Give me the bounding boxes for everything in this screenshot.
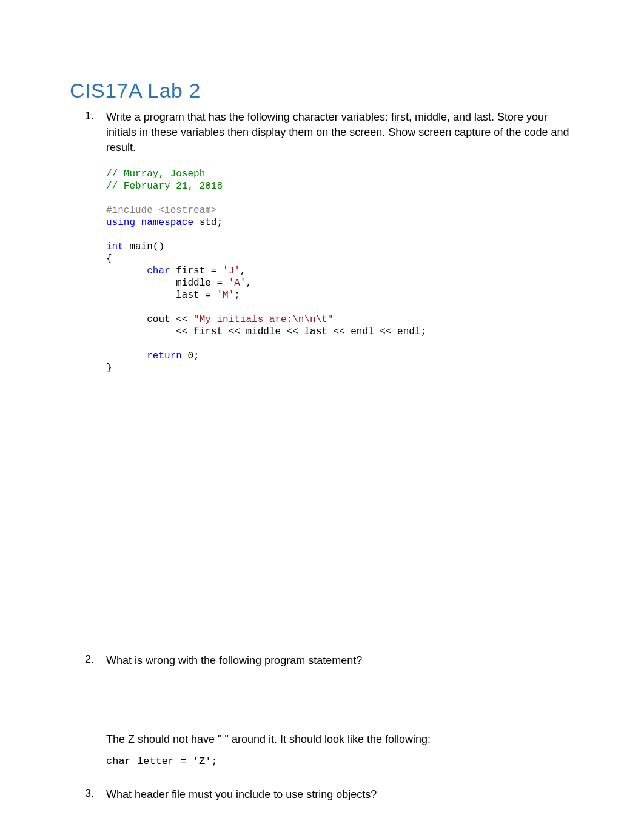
q2-text: What is wrong with the following program… xyxy=(106,653,574,668)
question-3: 3. What header file must you include to … xyxy=(70,787,574,802)
code-type: int xyxy=(106,241,124,252)
code-string: 'A' xyxy=(229,278,246,289)
code-text: , xyxy=(246,278,252,289)
question-2: 2. What is wrong with the following prog… xyxy=(70,653,574,668)
code-text: std; xyxy=(193,217,223,228)
code-keyword: using xyxy=(106,217,135,228)
code-text: 0; xyxy=(182,350,200,361)
code-brace: } xyxy=(106,363,112,374)
q1-number: 1. xyxy=(70,110,106,156)
code-comment: // February 21, 2018 xyxy=(106,181,223,192)
q2-number: 2. xyxy=(70,653,106,668)
code-keyword: namespace xyxy=(135,217,193,228)
code-text: , xyxy=(240,266,246,277)
q2-answer-code: char letter = 'Z'; xyxy=(106,754,574,770)
code-text: last = xyxy=(176,290,216,301)
code-text: cout << xyxy=(147,314,193,325)
code-brace: { xyxy=(106,253,112,264)
q3-number: 3. xyxy=(70,787,106,802)
code-comment: // Murray, Joseph xyxy=(106,169,205,179)
code-string: 'J' xyxy=(223,266,240,277)
code-block-1: // Murray, Joseph // February 21, 2018 #… xyxy=(106,168,574,374)
code-text: main() xyxy=(124,241,164,252)
code-text: << first << middle << last << endl << en… xyxy=(176,326,426,337)
q1-text: Write a program that has the following c… xyxy=(106,110,574,156)
code-keyword: return xyxy=(147,350,182,361)
question-1: 1. Write a program that has the followin… xyxy=(70,110,574,156)
code-type: char xyxy=(147,266,170,277)
code-preprocessor: #include <iostream> xyxy=(106,205,216,216)
code-text: middle = xyxy=(176,278,228,289)
code-string: "My initials are:\n\n\t" xyxy=(193,314,333,325)
q2-answer-text: The Z should not have " " around it. It … xyxy=(106,733,431,745)
code-string: 'M' xyxy=(216,290,234,301)
q2-answer: The Z should not have " " around it. It … xyxy=(106,731,574,770)
page-title: CIS17A Lab 2 xyxy=(70,79,574,102)
code-text: ; xyxy=(234,290,240,301)
q3-text: What header file must you include to use… xyxy=(106,787,574,802)
code-text: first = xyxy=(170,266,223,277)
